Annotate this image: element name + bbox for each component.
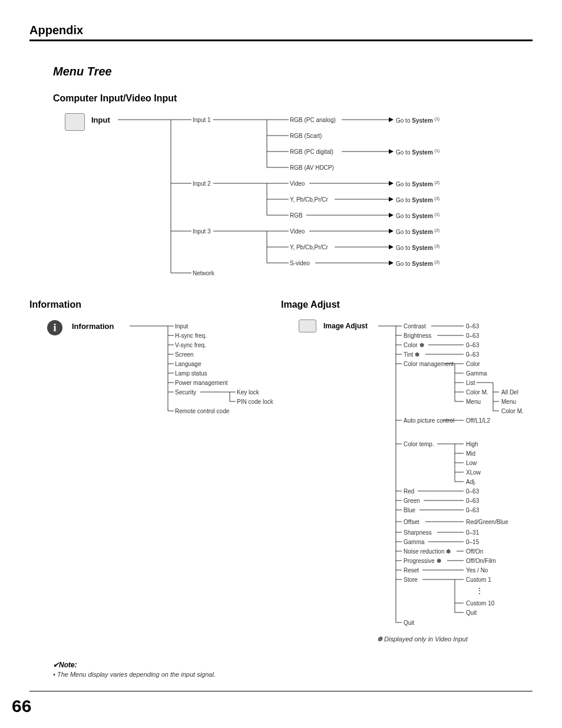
input1-label: Input 1 <box>193 117 211 123</box>
val-contrast: 0–63 <box>466 323 479 330</box>
val-noise: Off/On <box>466 548 483 555</box>
ypbcb-2: Y, Pb/Cb,Pr/Cr <box>290 244 328 251</box>
ia-color-mgmt: Color management <box>404 361 454 367</box>
ia-color: Color ✽ <box>404 342 424 348</box>
info-language: Language <box>175 361 201 367</box>
rgb-av-hdcp: RGB (AV HDCP) <box>290 164 334 171</box>
info-icon: i <box>47 320 62 335</box>
information-root: Information <box>72 322 114 331</box>
val-green: 0–63 <box>466 498 479 504</box>
network-label: Network <box>193 270 214 276</box>
ia-brightness: Brightness <box>404 332 431 339</box>
ct-adj: Adj. <box>466 479 476 485</box>
arrow-icon <box>389 229 394 233</box>
information-heading: Information <box>29 299 281 310</box>
ia-offset: Offset <box>404 519 419 525</box>
cm-alldel: All Del <box>501 389 518 396</box>
goto-system-5: Go to System (1) <box>396 212 439 219</box>
cm-menu: Menu <box>466 398 481 405</box>
cm-gamma: Gamma <box>466 370 487 377</box>
store-quit: Quit <box>466 610 477 616</box>
ia-store: Store <box>404 577 418 583</box>
val-sharp: 0–31 <box>466 529 479 536</box>
input-root-label: Input <box>91 116 110 124</box>
rgb-1: RGB <box>290 212 303 219</box>
val-color: 0–63 <box>466 342 479 348</box>
input2-label: Input 2 <box>193 180 211 187</box>
ia-progressive: Progressive ✽ <box>404 558 441 564</box>
footer-rule <box>29 691 533 691</box>
menu-tree-heading: Menu Tree <box>53 65 533 78</box>
note-text: • The Menu display varies depending on t… <box>53 671 533 678</box>
arrow-icon <box>389 149 394 154</box>
info-security: Security <box>175 389 196 396</box>
ia-reset: Reset <box>404 567 419 574</box>
goto-system-8: Go to System (2) <box>396 260 439 267</box>
info-lamp: Lamp status <box>175 370 207 377</box>
ia-blue: Blue <box>404 507 415 513</box>
arrow-icon <box>389 245 394 249</box>
arrow-icon <box>389 181 394 186</box>
ia-gamma: Gamma <box>404 539 425 545</box>
val-blue: 0–63 <box>466 507 479 513</box>
val-offset: Red/Green/Blue <box>466 519 508 525</box>
cm-colorm: Color M. <box>466 389 488 396</box>
ia-color-temp: Color temp. <box>404 441 434 447</box>
info-remote: Remote control code <box>175 408 229 414</box>
info-input: Input <box>175 323 188 330</box>
ct-low: Low <box>466 460 477 466</box>
rgb-pc-digital: RGB (PC digital) <box>290 149 333 155</box>
goto-system-7: Go to System (3) <box>396 244 439 251</box>
ia-green: Green <box>404 498 420 504</box>
cm-list: List <box>466 380 475 386</box>
ia-noise: Noise reduction ✽ <box>404 548 451 555</box>
image-adjust-root: Image Adjust <box>323 322 368 330</box>
video-2: Video <box>290 228 305 235</box>
arrow-icon <box>389 261 394 265</box>
ct-mid: Mid <box>466 450 475 457</box>
cm-colorm2: Color M. <box>501 408 524 414</box>
store-dots-icon: ⋮ <box>475 586 484 595</box>
ct-high: High <box>466 441 478 447</box>
val-brightness: 0–63 <box>466 332 479 339</box>
cm-menu2: Menu <box>501 398 516 405</box>
store-c10: Custom 10 <box>466 600 494 607</box>
val-prog: Off/On/Film <box>466 558 496 564</box>
section-computer-video: Computer Input/Video Input <box>53 93 533 104</box>
arrow-icon <box>389 213 394 218</box>
val-reset: Yes / No <box>466 567 488 574</box>
information-tree-lines <box>29 317 277 435</box>
ia-sharpness: Sharpness <box>404 529 432 536</box>
info-screen: Screen <box>175 351 194 358</box>
ct-xlow: XLow <box>466 469 481 476</box>
input3-label: Input 3 <box>193 228 211 235</box>
ypbcb-1: Y, Pb/Cb,Pr/Cr <box>290 196 328 203</box>
arrow-icon <box>389 197 394 202</box>
appendix-heading: Appendix <box>29 24 533 41</box>
goto-system-4: Go to System (3) <box>396 196 439 203</box>
goto-system-6: Go to System (2) <box>396 228 439 235</box>
info-vsync: V-sync freq. <box>175 342 206 348</box>
info-keylock: Key lock <box>237 389 259 396</box>
note-heading: ✔Note: <box>53 661 533 669</box>
val-autopic: Off/L1/L2 <box>466 417 490 424</box>
goto-system-3: Go to System (2) <box>396 180 439 187</box>
info-pinlock: PIN code lock <box>237 398 273 405</box>
cm-color: Color <box>466 361 480 367</box>
goto-system-1: Go to System (1) <box>396 117 439 124</box>
val-tint: 0–63 <box>466 351 479 358</box>
ia-quit: Quit <box>404 620 414 626</box>
image-adjust-icon <box>299 319 316 332</box>
input-icon <box>65 113 85 131</box>
val-red: 0–63 <box>466 488 479 495</box>
video-1: Video <box>290 180 305 187</box>
info-power: Power management <box>175 380 228 386</box>
ia-contrast: Contrast <box>404 323 426 330</box>
store-c1: Custom 1 <box>466 577 491 583</box>
ia-tint: Tint ✽ <box>404 351 419 358</box>
ia-red: Red <box>404 488 414 495</box>
rgb-pc-analog: RGB (PC analog) <box>290 117 336 123</box>
ia-auto-picture: Auto picture control <box>404 417 454 424</box>
info-hsync: H-sync freq. <box>175 332 207 339</box>
rgb-scart: RGB (Scart) <box>290 133 322 139</box>
